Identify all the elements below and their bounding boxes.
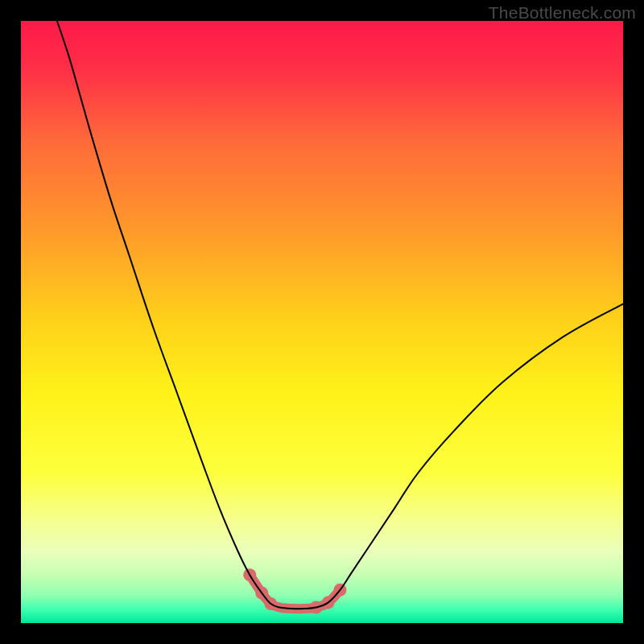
curve-layer	[21, 21, 623, 623]
watermark-text: TheBottleneck.com	[489, 3, 636, 23]
plot-area	[21, 21, 623, 623]
chart-frame: TheBottleneck.com	[0, 0, 644, 644]
bottleneck-curve	[57, 21, 623, 609]
